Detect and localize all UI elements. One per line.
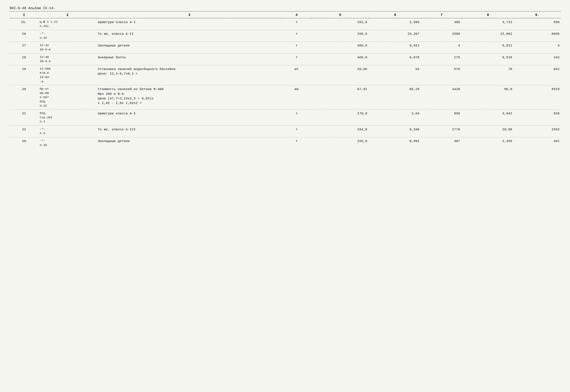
cell-r7-c3: Арматура класса А-I <box>96 110 282 126</box>
cell-r7-c7: 858 <box>421 110 462 126</box>
cell-r8-c1: 22 <box>10 126 38 137</box>
cell-r3-c9: 4 <box>514 42 560 53</box>
cell-r5-c1: I9 <box>10 65 38 85</box>
cell-r3-c5: 309,0 <box>311 42 369 53</box>
cell-r6-c2: Пр-нт О6-08 п.567 КСЦ п.2I <box>38 85 96 110</box>
cell-r9-c3: Закладные детали <box>96 137 282 149</box>
cell-r9-c2: -"- п.I6 <box>38 137 96 149</box>
cell-r4-c8: 0,5I6 <box>462 53 514 65</box>
cell-r5-c6: 54 <box>369 65 421 85</box>
cell-r6-c6: 65,20 <box>369 85 421 110</box>
cell-r2-c8: 2I,86I <box>462 30 514 42</box>
table-row: 28-"- п.I6Закладные деталит3I0,00,99I307… <box>10 137 560 149</box>
cell-r8-c4: т <box>282 126 311 137</box>
table-row: I6-"- п.42То же, класса А-IIтI69,0I5,267… <box>10 30 560 42</box>
cell-r4-c9: 242 <box>514 53 560 65</box>
cell-r4-c7: I75 <box>421 53 462 65</box>
cell-r8-c5: I94,0 <box>311 126 369 137</box>
cell-r7-c6: 2,04 <box>369 110 421 126</box>
cell-r4-c6: 0,878 <box>369 53 421 65</box>
cell-r8-c6: 9,I66 <box>369 126 421 137</box>
cell-r7-c8: 3,04I <box>462 110 514 126</box>
table-row: 22-"- п.4То же, класса А-IIIтI94,09,I66I… <box>10 126 560 137</box>
cell-r9-c1: 28 <box>10 137 38 149</box>
cell-r6-c3: Стоимость панелей из бетона М-400 Мрз 20… <box>96 85 282 110</box>
cell-r1-c2: Ц.№ I ч.II п.4Iс. <box>38 18 96 30</box>
table-row: 2IКСЦ стр.20I п.IАрматура класса А-IтI78… <box>10 110 560 126</box>
cell-r9-c9: 45I <box>514 137 560 149</box>
table-row: I7I2-42 20-5-вЗакладные деталит309,00,0I… <box>10 42 560 53</box>
cell-r3-c4: т <box>282 42 311 53</box>
cell-r4-c4: т <box>282 53 311 65</box>
top-divider <box>10 11 560 12</box>
cell-r9-c5: 3I0,0 <box>311 137 369 149</box>
cell-r9-c7: 307 <box>421 137 462 149</box>
header-left: 9OI-6-48 Альбом IX <box>10 6 47 10</box>
cell-r7-c2: КСЦ стр.20I п.I <box>38 110 96 126</box>
col-header-4: 4 <box>282 12 311 18</box>
cell-r7-c4: т <box>282 110 311 126</box>
cell-r7-c1: 2I <box>10 110 38 126</box>
col-header-9: 9. <box>514 12 560 18</box>
cell-r2-c9: 8695 <box>514 30 560 42</box>
header-center: -14- <box>47 6 56 10</box>
cell-r3-c1: I7 <box>10 42 38 53</box>
cell-r3-c8: 0,0I2 <box>462 42 514 53</box>
cell-r5-c4: шт <box>282 65 311 85</box>
cell-r7-c5: I78,0 <box>311 110 369 126</box>
col-header-3: 3 <box>96 12 282 18</box>
cell-r8-c8: I8,86 <box>462 126 514 137</box>
cell-r4-c5: 469,0 <box>311 53 369 65</box>
cell-r6-c7: 4428 <box>421 85 462 110</box>
cell-r5-c8: 79 <box>462 65 514 85</box>
col-header-7: 7 <box>421 12 462 18</box>
cell-r9-c6: 0,99I <box>369 137 421 149</box>
cell-r9-c4: т <box>282 137 311 149</box>
cell-r7-c9: 526 <box>514 110 560 126</box>
cell-r6-c4: м3 <box>282 85 311 110</box>
cell-r5-c9: 842 <box>514 65 560 85</box>
page-header: 9OI-6-48 Альбом IX -14- <box>10 6 560 10</box>
cell-r6-c5: 67,9I <box>311 85 369 110</box>
cell-r4-c2: I2-40 20-5-а <box>38 53 96 65</box>
cell-r3-c2: I2-42 20-5-в <box>38 42 96 53</box>
cell-r8-c2: -"- п.4 <box>38 126 96 137</box>
cell-r1-c8: 3,7I2 <box>462 18 514 30</box>
cell-r2-c2: -"- п.42 <box>38 30 96 42</box>
cell-r6-c1: 20 <box>10 85 38 110</box>
cell-r8-c7: I778 <box>421 126 462 137</box>
cell-r9-c8: I,455 <box>462 137 514 149</box>
cell-r3-c6: 0,0I2 <box>369 42 421 53</box>
col-header-5: 5 <box>311 12 369 18</box>
col-header-8: 8 <box>462 12 514 18</box>
cell-r2-c5: I69,0 <box>311 30 369 42</box>
table-row: 20Пр-нт О6-08 п.567 КСЦ п.2IСтоимость па… <box>10 85 560 110</box>
cell-r2-c3: То же, класса А-II <box>96 30 282 42</box>
table-row: I8I2-40 20-5-аАнкерные болтыт469,00,878I… <box>10 53 560 65</box>
cell-r2-c7: 2580 <box>421 30 462 42</box>
cell-r3-c3: Закладные детали <box>96 42 282 53</box>
cell-r3-c7: 4 <box>421 42 462 53</box>
cell-r6-c9: 65I9 <box>514 85 560 110</box>
cell-r4-c3: Анкерные болты <box>96 53 282 65</box>
cell-r6-c8: 96,0 <box>462 85 514 110</box>
cell-r5-c5: I0,66 <box>311 65 369 85</box>
cell-r5-c3: Установка панелей водосборного бассейна … <box>96 65 282 85</box>
cell-r1-c6: 2,588 <box>369 18 421 30</box>
cell-r1-c9: 598 <box>514 18 560 30</box>
col-header-2: 2 <box>38 12 96 18</box>
cell-r2-c1: I6 <box>10 30 38 42</box>
cell-r1-c5: I6I,0 <box>311 18 369 30</box>
table-row: I5.Ц.№ I ч.II п.4Iс.Арматура класса А-Iт… <box>10 18 560 30</box>
col-header-6: 6 <box>369 12 421 18</box>
column-headers: I 2 3 4 5 6 7 8 9. <box>10 12 560 18</box>
cell-r5-c2: II-508 К=0,8 I9-84- -а <box>38 65 96 85</box>
col-header-1: I <box>10 12 38 18</box>
cell-r1-c3: Арматура класса А-I <box>96 18 282 30</box>
cell-r1-c4: т <box>282 18 311 30</box>
cell-r1-c1: I5. <box>10 18 38 30</box>
cell-r8-c9: 2592 <box>514 126 560 137</box>
cell-r5-c7: 576 <box>421 65 462 85</box>
table-row: I9II-508 К=0,8 I9-84- -аУстановка панеле… <box>10 65 560 85</box>
cell-r4-c1: I8 <box>10 53 38 65</box>
